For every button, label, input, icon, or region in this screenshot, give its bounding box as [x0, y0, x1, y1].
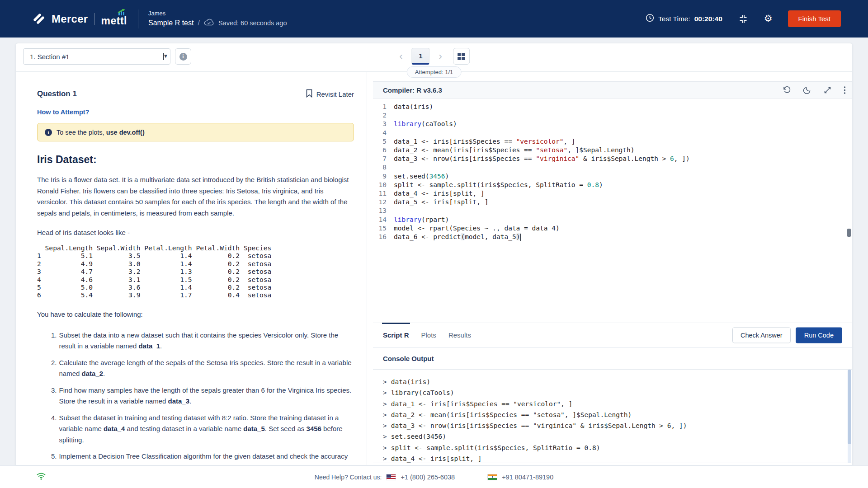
code-line[interactable]: 10split <- sample.split(iris$Species, Sp… — [373, 181, 852, 189]
revisit-later-button[interactable]: Revisit Later — [306, 89, 354, 99]
settings-gear-icon[interactable]: ⚙ — [764, 14, 773, 23]
code-line[interactable]: 13 — [373, 206, 852, 215]
how-to-attempt-link[interactable]: How to Attempt? — [37, 108, 354, 116]
code-line[interactable]: 7data_3 <- nrow(iris[iris$Species == "vi… — [373, 155, 852, 163]
console-text: split <- sample.split(iris$Species, Spli… — [391, 442, 600, 453]
console-header: Console Output — [373, 347, 852, 370]
question-grid-button[interactable] — [453, 48, 470, 65]
task-item: 3.Find how many samples have the length … — [51, 385, 354, 407]
code-text: library(caTools) — [394, 120, 457, 128]
console-prompt: > — [383, 387, 387, 398]
text-cursor — [520, 234, 521, 241]
section-info-button[interactable]: i — [175, 48, 191, 65]
console-text: set.seed(3456) — [391, 431, 446, 442]
cloud-check-icon — [204, 18, 214, 28]
kebab-menu-icon[interactable] — [844, 86, 846, 94]
expand-fullscreen-icon[interactable] — [823, 86, 832, 94]
console-prompt: > — [383, 376, 387, 387]
code-line[interactable]: 3library(caTools) — [373, 120, 852, 128]
test-time-label: Test Time: — [658, 15, 690, 23]
console-line: >library(caTools) — [383, 387, 839, 398]
console-prompt: > — [383, 431, 387, 442]
dark-mode-moon-icon[interactable] — [803, 86, 811, 94]
console-scrollbar-thumb[interactable] — [848, 370, 851, 444]
console-line: >data_3 <- nrow(iris[iris$Species == "vi… — [383, 420, 839, 431]
task-item: 4.Subset the dataset in training and tes… — [51, 413, 354, 446]
code-line[interactable]: 14library(rpart) — [373, 216, 852, 224]
navbar-separator — [138, 9, 138, 28]
task-item: 5.Implement a Decision Tree Classificati… — [51, 451, 354, 465]
info-icon: i — [179, 53, 187, 61]
line-number: 1 — [373, 103, 394, 111]
code-text: data_6 <- predict(model, data_5) — [394, 233, 521, 241]
breadcrumb-slash: / — [198, 19, 199, 27]
saved-status: Saved: 60 seconds ago — [218, 19, 287, 27]
question-pagination: ‹ 1 › — [398, 48, 470, 65]
code-line[interactable]: 15model <- rpart(Species ~ ., data = dat… — [373, 224, 852, 233]
revisit-later-label: Revisit Later — [316, 90, 354, 98]
code-text: split <- sample.split(iris$Species, Spli… — [394, 181, 603, 189]
reset-code-icon[interactable] — [782, 85, 791, 94]
code-line[interactable]: 9set.seed(3456) — [373, 172, 852, 181]
code-line[interactable]: 6data_2 <- mean(iris[iris$Species == "se… — [373, 146, 852, 155]
task-text: Subset the data into a new dataset such … — [59, 330, 354, 352]
section-select[interactable]: 1. Section #1 ▼ — [23, 48, 170, 65]
task-text: Find how many samples have the length of… — [59, 385, 354, 407]
question-number-button[interactable]: 1 — [412, 48, 430, 65]
test-name: Sample R test — [148, 19, 193, 27]
code-line[interactable]: 5data_1 <- iris[iris$Species == "versico… — [373, 137, 852, 146]
line-number: 4 — [373, 129, 394, 137]
code-line[interactable]: 11data_4 <- iris[split, ] — [373, 189, 852, 198]
iris-data-table: Sepal.Length Sepal.Width Petal.Length Pe… — [37, 244, 354, 299]
line-number: 15 — [373, 224, 394, 233]
task-item: 1.Subset the data into a new dataset suc… — [51, 330, 354, 352]
line-number: 6 — [373, 146, 394, 155]
alert-info-icon: i — [45, 129, 52, 136]
compiler-panel: Compiler: R v3.6.3 — [367, 72, 852, 463]
console-scrollbar[interactable] — [848, 370, 851, 463]
console-output: >data(iris)>library(caTools)>data_1 <- i… — [373, 370, 852, 463]
tab-results[interactable]: Results — [448, 323, 471, 347]
next-question-chevron[interactable]: › — [438, 52, 443, 61]
wifi-icon — [36, 472, 46, 482]
line-number: 9 — [373, 172, 394, 181]
code-line[interactable]: 8 — [373, 163, 852, 172]
phone-india[interactable]: +91 80471-89190 — [502, 474, 553, 481]
finish-test-button[interactable]: Finish Test — [788, 10, 841, 27]
tab-script-r[interactable]: Script R — [383, 323, 409, 347]
code-editor[interactable]: 1data(iris)23library(caTools)45data_1 <-… — [373, 99, 852, 323]
line-number: 8 — [373, 163, 394, 172]
code-text: data_3 <- nrow(iris[iris$Species == "vir… — [394, 155, 690, 163]
line-number: 5 — [373, 137, 394, 146]
code-text: model <- rpart(Species ~ ., data = data_… — [394, 224, 560, 233]
task-number: 1. — [51, 330, 57, 352]
task-number: 2. — [51, 357, 57, 380]
calculate-intro: You have to calculate the following: — [37, 310, 354, 318]
plots-alert: i To see the plots, use dev.off() — [37, 123, 354, 141]
code-line[interactable]: 2 — [373, 111, 852, 120]
check-answer-button[interactable]: Check Answer — [732, 327, 791, 343]
code-line[interactable]: 1data(iris) — [373, 103, 852, 111]
code-line[interactable]: 12data_5 <- iris[!split, ] — [373, 198, 852, 206]
console-prompt: > — [383, 399, 387, 409]
prev-question-chevron[interactable]: ‹ — [398, 52, 403, 61]
test-time-value: 00:20:40 — [694, 15, 722, 23]
compiler-tabs: Script RPlotsResults — [383, 323, 483, 347]
code-line[interactable]: 16data_6 <- predict(model, data_5) — [373, 233, 852, 241]
editor-scrollbar[interactable] — [847, 229, 851, 237]
console-prompt: > — [383, 420, 387, 431]
console-line: >data_4 <- iris[split, ] — [383, 453, 839, 463]
dataset-heading: Iris Dataset: — [37, 154, 354, 166]
code-line[interactable]: 4 — [373, 129, 852, 137]
phone-us[interactable]: +1 (800) 265-6038 — [401, 474, 455, 481]
compiler-title: Compiler: R v3.6.3 — [383, 86, 442, 94]
compiler-tabs-row: Script RPlotsResults Check Answer Run Co… — [373, 323, 852, 347]
question-panel: Question 1 Revisit Later How to Attempt?… — [16, 72, 367, 465]
us-flag-icon — [386, 474, 396, 480]
collapse-fullscreen-icon[interactable] — [738, 14, 749, 24]
console-text: data(iris) — [391, 376, 430, 387]
console-line: >set.seed(3456) — [383, 431, 839, 442]
tab-plots[interactable]: Plots — [421, 323, 436, 347]
run-code-button[interactable]: Run Code — [796, 327, 842, 343]
bookmark-icon — [306, 89, 313, 99]
